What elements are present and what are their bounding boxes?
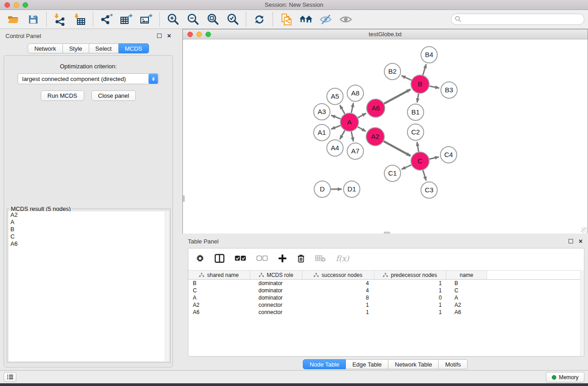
hide-details-icon[interactable] — [319, 13, 333, 26]
mcds-result-item[interactable]: A6 — [9, 240, 169, 248]
cell-name[interactable]: C — [446, 287, 487, 294]
cell-predecessor-nodes[interactable]: 1 — [374, 309, 446, 315]
zoom-selected-icon[interactable] — [226, 13, 239, 26]
delete-table-icon[interactable] — [315, 255, 326, 262]
edge-B-B1[interactable] — [417, 94, 419, 103]
node-A8[interactable]: A8 — [347, 85, 363, 101]
select-stepper-icon[interactable] — [148, 74, 158, 84]
show-details-icon[interactable] — [339, 13, 353, 26]
open-file-icon[interactable] — [6, 13, 20, 26]
cell-predecessor-nodes[interactable]: 1 — [374, 302, 446, 308]
zoom-in-icon[interactable] — [166, 13, 180, 26]
edge-A6-B[interactable] — [384, 89, 410, 104]
cell-predecessor-nodes[interactable]: 0 — [374, 295, 446, 301]
table-row[interactable]: A2connector11A2 — [188, 301, 580, 309]
edge-B-B3[interactable] — [430, 86, 440, 88]
node-A7[interactable]: A7 — [347, 143, 363, 159]
close-panel-button[interactable]: Close panel — [91, 91, 136, 101]
cell-successor-nodes[interactable]: 4 — [302, 280, 374, 286]
network-hscroll-thumb[interactable] — [384, 232, 390, 234]
close-panel-icon[interactable]: × — [167, 33, 171, 38]
network-vscroll-thumb[interactable] — [183, 195, 185, 202]
cell-name[interactable]: A2 — [446, 302, 487, 308]
node-B2[interactable]: B2 — [384, 63, 401, 80]
node-B3[interactable]: B3 — [441, 82, 457, 98]
table-row[interactable]: Cdominator41C — [188, 287, 580, 294]
resize-grip[interactable] — [581, 227, 587, 233]
tab-network[interactable]: Network — [28, 43, 63, 53]
network-canvas[interactable]: B4B2BB3A8A5A6A3B1AC2A1A2A4A7C4CC1C3DD1 — [183, 39, 588, 234]
node-D1[interactable]: D1 — [344, 181, 360, 197]
criterion-select[interactable]: largest connected component (directed) — [18, 73, 159, 84]
window-controls[interactable] — [5, 2, 28, 8]
column-header-MCDS-role[interactable]: MCDS role — [250, 271, 302, 279]
edge-A-A4[interactable] — [340, 130, 345, 139]
edge-A-A2[interactable] — [358, 127, 366, 131]
tab-style[interactable]: Style — [63, 43, 89, 53]
network-graph[interactable]: B4B2BB3A8A5A6A3B1AC2A1A2A4A7C4CC1C3DD1 — [183, 39, 588, 234]
node-A5[interactable]: A5 — [327, 88, 343, 105]
memory-button[interactable]: Memory — [546, 372, 584, 382]
node-D[interactable]: D — [314, 181, 330, 197]
mcds-result-item[interactable]: A2 — [9, 211, 169, 219]
cell-predecessor-nodes[interactable]: 1 — [374, 280, 446, 286]
cell-shared-name[interactable]: C — [188, 287, 250, 294]
cell-successor-nodes[interactable]: 4 — [302, 287, 374, 294]
node-A2[interactable]: A2 — [366, 128, 384, 146]
tab-motifs[interactable]: Motifs — [439, 359, 468, 369]
node-C3[interactable]: C3 — [421, 182, 437, 198]
deselect-all-icon[interactable] — [256, 255, 268, 262]
cell-successor-nodes[interactable]: 1 — [302, 302, 374, 308]
tab-network-table[interactable]: Network Table — [388, 359, 439, 369]
add-row-icon[interactable] — [278, 254, 287, 263]
cell-MCDS-role[interactable]: dominator — [250, 287, 302, 294]
column-header-name[interactable]: name — [446, 271, 487, 279]
edge-A-A1[interactable] — [331, 125, 341, 129]
table-row[interactable]: A6connector11A6 — [188, 309, 580, 316]
column-header-shared-name[interactable]: shared name — [188, 271, 250, 279]
node-B1[interactable]: B1 — [407, 104, 424, 120]
cell-successor-nodes[interactable]: 1 — [302, 309, 374, 315]
delete-row-icon[interactable] — [297, 254, 305, 263]
edge-A2-C[interactable] — [383, 141, 410, 156]
table-header-row[interactable]: shared nameMCDS rolesuccessor nodesprede… — [188, 270, 580, 280]
maximize-network-button[interactable] — [206, 32, 211, 37]
cell-shared-name[interactable]: B — [188, 280, 250, 286]
node-A6[interactable]: A6 — [367, 99, 385, 117]
mcds-result-item[interactable]: A — [9, 219, 169, 226]
float-table-panel-icon[interactable] — [569, 239, 573, 243]
table-scrollbar[interactable] — [580, 270, 584, 356]
node-A4[interactable]: A4 — [327, 140, 343, 156]
node-A3[interactable]: A3 — [314, 104, 330, 120]
search-input[interactable] — [451, 14, 584, 25]
node-B4[interactable]: B4 — [421, 47, 437, 63]
task-history-button[interactable] — [4, 372, 16, 382]
edge-C-C2[interactable] — [417, 142, 418, 152]
node-C[interactable]: C — [411, 152, 429, 170]
export-table-icon[interactable] — [120, 13, 133, 26]
zoom-out-icon[interactable] — [186, 13, 200, 26]
maximize-window-button[interactable] — [23, 2, 28, 8]
cell-MCDS-role[interactable]: connector — [250, 309, 302, 315]
node-C2[interactable]: C2 — [407, 124, 424, 140]
edge-A-A7[interactable] — [351, 132, 353, 142]
cell-shared-name[interactable]: A6 — [188, 309, 250, 315]
cell-name[interactable]: B — [446, 280, 487, 286]
cell-name[interactable]: A — [446, 295, 487, 301]
cell-MCDS-role[interactable]: connector — [250, 302, 302, 308]
columns-icon[interactable] — [215, 254, 225, 263]
node-C1[interactable]: C1 — [384, 165, 401, 181]
gear-icon[interactable] — [196, 254, 205, 263]
edge-C-C4[interactable] — [429, 157, 439, 159]
close-table-panel-icon[interactable]: × — [578, 239, 583, 243]
node-C4[interactable]: C4 — [440, 147, 457, 163]
edge-A-A5[interactable] — [340, 105, 345, 114]
cell-MCDS-role[interactable]: dominator — [250, 295, 302, 301]
cell-shared-name[interactable]: A — [188, 295, 250, 301]
edge-B-B2[interactable] — [402, 76, 411, 80]
close-network-button[interactable] — [187, 32, 193, 37]
column-header-predecessor-nodes[interactable]: predecessor nodes — [374, 271, 446, 279]
edge-C-C1[interactable] — [402, 165, 411, 169]
cell-successor-nodes[interactable]: 8 — [302, 295, 374, 301]
mcds-result-list[interactable]: A2ABCA6 — [9, 211, 169, 361]
